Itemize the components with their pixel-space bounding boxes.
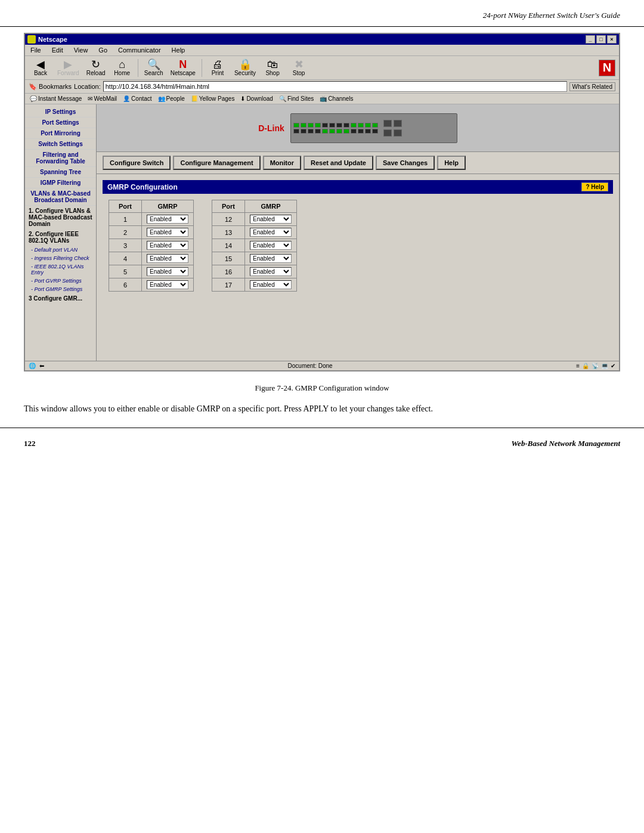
help-btn[interactable]: Help — [437, 156, 466, 170]
configure-switch-btn[interactable]: Configure Switch — [103, 156, 171, 170]
gmrp-select-left-1[interactable]: EnabledDisabled — [147, 228, 188, 237]
gmrp-select-left-4[interactable]: EnabledDisabled — [147, 267, 188, 276]
gmrp-cell-left-1[interactable]: EnabledDisabled — [142, 226, 194, 239]
forward-button[interactable]: ▶ Forward — [55, 58, 82, 78]
reload-button[interactable]: ↻ Reload — [84, 58, 108, 78]
gmrp-select-right-5[interactable]: EnabledDisabled — [250, 280, 292, 289]
sidebar-item-igmp[interactable]: IGMP Filtering — [25, 178, 96, 188]
sidebar-item-ip-settings[interactable]: IP Settings — [25, 107, 96, 117]
port-cell-left-4: 5 — [109, 265, 142, 278]
menu-view[interactable]: View — [72, 46, 90, 54]
gmrp-select-right-1[interactable]: EnabledDisabled — [250, 228, 292, 237]
menu-edit[interactable]: Edit — [50, 46, 65, 54]
sidebar-item-configure-ieee[interactable]: 2. Configure IEEE 802.1Q VLANs — [25, 229, 96, 246]
find-sites-link[interactable]: 🔍 Find Sites — [278, 95, 315, 103]
gmrp-select-right-3[interactable]: EnabledDisabled — [250, 254, 292, 263]
sidebar-item-configure-vlans[interactable]: 1. Configure VLANs & MAC-based Broadcast… — [25, 206, 96, 229]
sidebar-item-ingress-filtering[interactable]: - Ingress Filtering Check — [25, 254, 96, 262]
gmrp-help-btn[interactable]: ? Help — [581, 182, 608, 191]
instant-message-link[interactable]: 💬 Instant Message — [29, 95, 83, 103]
browser-window: Netscape _ □ × File Edit View Go Communi… — [24, 33, 620, 371]
port-10 — [358, 123, 364, 128]
port-17 — [322, 129, 328, 134]
print-icon: 🖨 — [212, 59, 223, 70]
contact-link[interactable]: 👤 Contact — [122, 95, 153, 103]
sidebar-item-spanning-tree[interactable]: Spanning Tree — [25, 167, 96, 178]
switch-image-area: D-Link — [97, 104, 619, 152]
port-cell-left-3: 4 — [109, 252, 142, 265]
configure-management-btn[interactable]: Configure Management — [173, 156, 260, 170]
port-cell-right-3: 15 — [212, 252, 245, 265]
port-cell-right-2: 14 — [212, 239, 245, 252]
gmrp-cell-left-0[interactable]: EnabledDisabled — [142, 213, 194, 226]
sidebar-item-port-mirroring[interactable]: Port Mirroring — [25, 128, 96, 139]
gmrp-cell-left-5[interactable]: EnabledDisabled — [142, 278, 194, 292]
gmrp-select-left-0[interactable]: EnabledDisabled — [147, 215, 188, 224]
download-link[interactable]: ⬇ Download — [239, 95, 274, 103]
gmrp-select-left-2[interactable]: EnabledDisabled — [147, 241, 188, 250]
people-link[interactable]: 👥 People — [157, 95, 186, 103]
yellow-pages-link[interactable]: 📒 Yellow Pages — [190, 95, 236, 103]
sidebar-item-switch-settings[interactable]: Switch Settings — [25, 139, 96, 150]
figure-caption: Figure 7-24. GMRP Configuration window — [24, 383, 620, 393]
menu-communicator[interactable]: Communicator — [116, 46, 163, 54]
save-changes-btn[interactable]: Save Changes — [376, 156, 435, 170]
minimize-btn[interactable]: _ — [586, 35, 595, 44]
gmrp-select-left-5[interactable]: EnabledDisabled — [147, 280, 188, 289]
reset-update-btn[interactable]: Reset and Update — [304, 156, 373, 170]
port-11 — [365, 123, 371, 128]
whats-related-btn[interactable]: What's Related — [569, 82, 616, 91]
port-4 — [315, 123, 321, 128]
gmrp-cell-right-0[interactable]: EnabledDisabled — [245, 213, 297, 226]
sidebar-item-configure-gmr[interactable]: 3 Configure GMR... — [25, 293, 96, 304]
gmrp-cell-right-3[interactable]: EnabledDisabled — [245, 252, 297, 265]
gmrp-cell-left-3[interactable]: EnabledDisabled — [142, 252, 194, 265]
sidebar-item-filtering[interactable]: Filtering and Forwarding Table — [25, 150, 96, 167]
home-button[interactable]: ⌂ Home — [110, 58, 134, 78]
maximize-btn[interactable]: □ — [596, 35, 606, 44]
security-button[interactable]: 🔒 Security — [232, 58, 258, 78]
gmrp-cell-left-4[interactable]: EnabledDisabled — [142, 265, 194, 278]
webmail-link[interactable]: ✉ WebMail — [86, 95, 118, 103]
port-22 — [358, 129, 364, 134]
stop-button[interactable]: ✖ Stop — [287, 58, 311, 78]
sidebar-item-port-gvrp[interactable]: - Port GVRP Settings — [25, 277, 96, 285]
sidebar-item-port-gmrp[interactable]: - Port GMRP Settings — [25, 285, 96, 293]
menu-go[interactable]: Go — [97, 46, 109, 54]
menu-help[interactable]: Help — [170, 46, 187, 54]
status-icon-2: 🔒 — [582, 363, 589, 369]
shop-button[interactable]: 🛍 Shop — [261, 58, 284, 78]
table-row: 15EnabledDisabled — [212, 252, 297, 265]
col-header-gmrp-right: GMRP — [245, 200, 297, 213]
netscape-button[interactable]: N Netscape — [168, 58, 198, 78]
sidebar-item-vlans[interactable]: VLANs & MAC-based Broadcast Domain — [25, 188, 96, 206]
window-controls: _ □ × — [586, 35, 617, 44]
port-cell-right-4: 16 — [212, 265, 245, 278]
shop-icon: 🛍 — [267, 59, 278, 70]
gmrp-select-right-0[interactable]: EnabledDisabled — [250, 215, 292, 224]
channels-link[interactable]: 📺 Channels — [318, 95, 354, 103]
gmrp-cell-right-5[interactable]: EnabledDisabled — [245, 278, 297, 292]
gmrp-cell-right-1[interactable]: EnabledDisabled — [245, 226, 297, 239]
close-btn[interactable]: × — [607, 35, 617, 44]
port-21 — [351, 129, 357, 134]
monitor-btn[interactable]: Monitor — [263, 156, 301, 170]
address-input[interactable] — [103, 81, 567, 92]
gmrp-cell-right-4[interactable]: EnabledDisabled — [245, 265, 297, 278]
netscape-logo: N — [599, 60, 615, 76]
port-cell-right-0: 12 — [212, 213, 245, 226]
sidebar-item-default-port-vlan[interactable]: - Default port VLAN — [25, 246, 96, 254]
gmrp-cell-left-2[interactable]: EnabledDisabled — [142, 239, 194, 252]
gmrp-select-right-4[interactable]: EnabledDisabled — [250, 267, 292, 276]
sidebar-item-port-settings[interactable]: Port Settings — [25, 117, 96, 128]
menu-file[interactable]: File — [29, 46, 43, 54]
sidebar-item-ieee-vlans-entry[interactable]: - IEEE 802.1Q VLANs Entry — [25, 262, 96, 277]
reload-icon: ↻ — [91, 59, 100, 70]
gmrp-select-right-2[interactable]: EnabledDisabled — [250, 241, 292, 250]
search-button[interactable]: 🔍 Search — [142, 58, 166, 78]
port-cell-left-0: 1 — [109, 213, 142, 226]
back-button[interactable]: ◀ Back — [29, 58, 52, 78]
gmrp-cell-right-2[interactable]: EnabledDisabled — [245, 239, 297, 252]
gmrp-select-left-3[interactable]: EnabledDisabled — [147, 254, 188, 263]
print-button[interactable]: 🖨 Print — [206, 58, 230, 78]
